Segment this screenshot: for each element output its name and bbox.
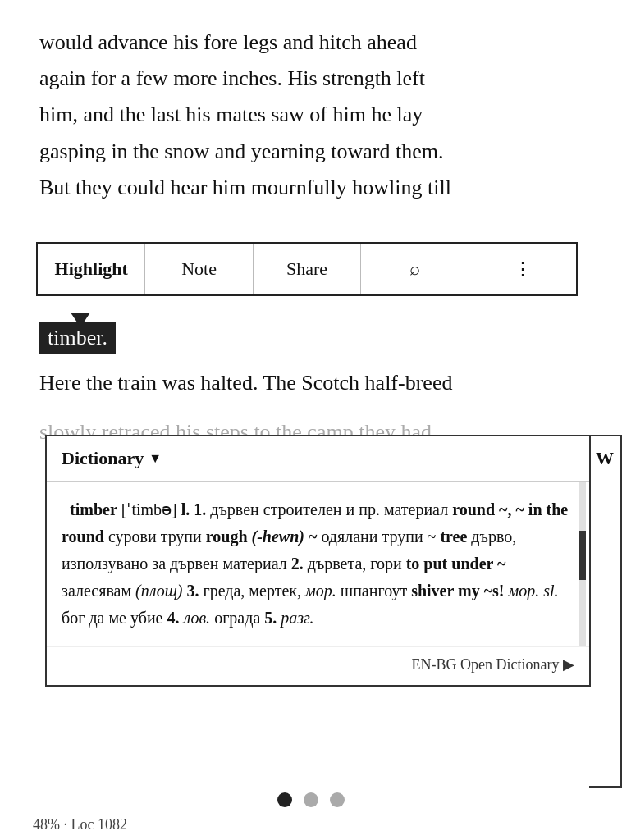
dictionary-scrollbar-thumb <box>579 531 586 580</box>
entry-number-4: 4. <box>167 609 179 627</box>
dictionary-panel: Dictionary ▼ timber [ˈtimbə] l. 1. дърве… <box>45 435 591 687</box>
more-button[interactable]: ⋮ <box>469 244 576 294</box>
entry-bold-shiver: shiver my ~s! <box>411 582 504 600</box>
text-below-highlight: Here the train was halted. The Scotch ha… <box>39 365 583 401</box>
text-line-5: But they could hear him mournfully howli… <box>39 170 583 206</box>
more-icon: ⋮ <box>514 258 532 279</box>
highlight-toolbar: Highlight Note Share ⌕ ⋮ <box>36 242 578 296</box>
entry-italic-razg: разг. <box>281 609 313 627</box>
entry-italic-mor2: мор. sl. <box>508 582 558 600</box>
dictionary-footer[interactable]: EN-BG Open Dictionary ▶ <box>47 646 589 685</box>
entry-italic-lov: лов. <box>183 609 210 627</box>
dot-2[interactable] <box>304 792 318 807</box>
search-icon: ⌕ <box>409 258 420 279</box>
entry-number-2: 2. <box>291 555 304 573</box>
entry-word: timber <box>70 500 117 518</box>
entry-italic-mor: мор. <box>305 582 336 600</box>
dictionary-scrollbar[interactable] <box>579 482 586 646</box>
search-button[interactable]: ⌕ <box>361 244 469 294</box>
share-button[interactable]: Share <box>254 244 361 294</box>
entry-italic-hewn: (-hewn) <box>252 527 304 546</box>
side-panel-peek[interactable]: W <box>589 435 622 788</box>
text-line-4: gasping in the snow and yearning toward … <box>39 134 583 170</box>
entry-number-3: 3. <box>187 582 199 600</box>
dictionary-source-link[interactable]: EN-BG Open Dictionary ▶ <box>412 656 574 673</box>
side-panel-label: W <box>596 448 614 469</box>
highlight-button[interactable]: Highlight <box>38 244 145 294</box>
text-line-3: him, and the last his mates saw of him h… <box>39 97 583 133</box>
note-button[interactable]: Note <box>145 244 253 294</box>
status-bar: 48% · Loc 1082 <box>33 816 127 833</box>
entry-number-5: 5. <box>264 609 277 627</box>
text-line-2: again for a few more inches. His strengt… <box>39 61 583 97</box>
dot-3[interactable] <box>330 792 345 807</box>
entry-italic-ploshch: (площ) <box>135 582 182 600</box>
dot-1[interactable] <box>277 792 292 807</box>
reading-text: would advance his fore legs and hitch ah… <box>0 0 622 206</box>
dictionary-body: timber [ˈtimbə] l. 1. дървен строителен … <box>47 482 589 646</box>
dictionary-title: Dictionary <box>62 448 144 469</box>
entry-bold-put: to put under ~ <box>406 555 506 573</box>
entry-bold-tree: tree <box>440 527 467 546</box>
toolbar-caret <box>71 313 90 327</box>
status-text: 48% · Loc 1082 <box>33 816 127 833</box>
dots-navigation <box>0 792 622 807</box>
dictionary-arrow: ▼ <box>149 451 162 466</box>
dictionary-header[interactable]: Dictionary ▼ <box>47 436 589 482</box>
text-line-1: would advance his fore legs and hitch ah… <box>39 25 583 61</box>
entry-bold-rough: rough (-hewn) ~ <box>206 527 318 546</box>
dictionary-entry: timber [ˈtimbə] l. 1. дървен строителен … <box>62 496 574 632</box>
entry-number-1: l. 1. <box>181 500 207 518</box>
